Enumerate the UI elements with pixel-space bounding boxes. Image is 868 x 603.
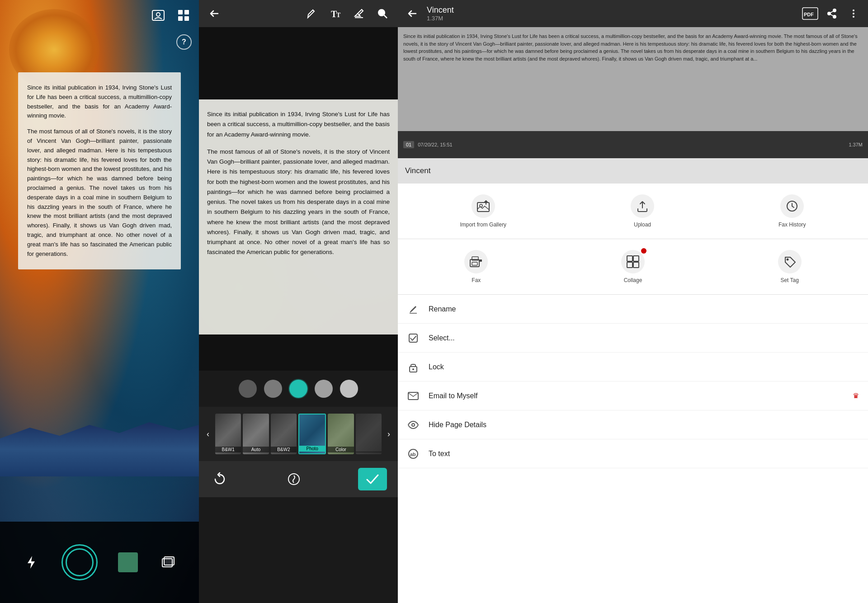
detail-preview: Since its initial publication in 1934, I… xyxy=(398,27,868,158)
select-icon xyxy=(407,332,420,344)
thumb-color[interactable]: Color xyxy=(328,414,354,454)
upload-label: Upload xyxy=(634,221,651,228)
svg-point-18 xyxy=(833,9,836,12)
svg-rect-0 xyxy=(152,10,164,20)
upload-button[interactable]: Upload xyxy=(623,191,661,231)
svg-marker-6 xyxy=(28,556,35,569)
editor-bottom-black xyxy=(199,334,398,371)
preview-size: 1.37M xyxy=(849,142,863,147)
pdf-button[interactable]: PDF xyxy=(801,5,819,23)
eye-icon xyxy=(407,419,420,431)
svg-point-25 xyxy=(853,16,854,18)
thumb-bw2-label: B&W2 xyxy=(271,447,297,452)
shutter-button[interactable] xyxy=(61,544,98,580)
to-text-menu-item[interactable]: ab To text xyxy=(398,439,868,468)
search-tool-button[interactable]: ab xyxy=(374,5,391,22)
camera-art-wave xyxy=(0,422,199,476)
set-tag-icon xyxy=(778,250,802,273)
help-button[interactable]: ? xyxy=(176,34,192,50)
thumb-auto-label: Auto xyxy=(243,447,269,452)
svg-rect-32 xyxy=(480,259,482,262)
filter-bar xyxy=(199,371,398,407)
rename-menu-item[interactable]: Rename xyxy=(398,295,868,324)
more-options-button[interactable] xyxy=(844,5,863,23)
svg-text:T: T xyxy=(336,12,341,19)
filter-auto[interactable] xyxy=(264,380,282,398)
select-label: Select... xyxy=(429,334,859,342)
collage-label: Collage xyxy=(624,277,642,283)
preview-date: 07/20/22, 15:51 xyxy=(418,142,452,147)
filter-color1[interactable] xyxy=(315,380,333,398)
contact-icon-button[interactable] xyxy=(150,7,166,24)
thumb-bw1[interactable]: B&W1 xyxy=(215,414,241,454)
svg-text:PDF: PDF xyxy=(804,12,814,17)
svg-line-22 xyxy=(830,14,834,16)
editor-bottom-bar xyxy=(199,461,398,497)
svg-point-23 xyxy=(853,9,854,11)
import-gallery-label: Import from Gallery xyxy=(460,221,506,228)
shutter-inner xyxy=(66,548,94,576)
text-tool-button[interactable]: T T xyxy=(327,5,344,22)
filter-color2[interactable] xyxy=(340,380,358,398)
lock-menu-item[interactable]: Lock xyxy=(398,353,868,382)
rotate-button[interactable] xyxy=(210,469,230,489)
email-crown-badge: ♛ xyxy=(853,391,859,400)
svg-rect-41 xyxy=(408,392,418,400)
thumb-next-button[interactable]: › xyxy=(383,416,394,452)
editor-thumbnails: ‹ B&W1 Auto B&W2 Photo Color › xyxy=(199,407,398,461)
fax-button[interactable]: Fax xyxy=(457,246,495,287)
svg-rect-30 xyxy=(472,262,477,265)
camera-doc-overlay: Since its initial publication in 1934, I… xyxy=(18,72,181,269)
gallery-thumbnail[interactable] xyxy=(118,552,138,572)
preview-content: Since its initial publication in 1934, I… xyxy=(403,33,858,61)
fax-history-button[interactable]: Fax History xyxy=(771,191,813,231)
filter-bw1[interactable] xyxy=(239,380,257,398)
svg-rect-2 xyxy=(178,10,183,14)
detail-menu-list: Rename Select... Lock xyxy=(398,295,868,603)
svg-rect-8 xyxy=(164,557,174,565)
editor-top-bar: T T ab xyxy=(199,0,398,27)
confirm-button[interactable] xyxy=(358,468,387,490)
svg-rect-35 xyxy=(627,262,632,268)
detail-back-button[interactable] xyxy=(403,5,421,23)
svg-point-42 xyxy=(412,424,415,426)
editor-doc-para2: The most famous of all of Stone's novels… xyxy=(207,147,390,258)
svg-rect-5 xyxy=(184,16,189,21)
rename-label: Rename xyxy=(429,305,859,313)
actions-row2: Fax Collage Set Tag xyxy=(398,239,868,294)
share-button[interactable] xyxy=(823,5,841,23)
email-myself-menu-item[interactable]: Email to Myself ♛ xyxy=(398,382,868,410)
hide-page-details-menu-item[interactable]: Hide Page Details xyxy=(398,410,868,439)
thumb-extra-label xyxy=(356,452,382,452)
select-menu-item[interactable]: Select... xyxy=(398,324,868,353)
import-gallery-button[interactable]: Import from Gallery xyxy=(453,191,514,231)
thumb-color-label: Color xyxy=(328,447,354,452)
thumb-photo[interactable]: Photo xyxy=(298,414,326,454)
hide-page-details-label: Hide Page Details xyxy=(429,421,859,429)
rename-icon xyxy=(407,303,420,316)
collage-button[interactable]: Collage xyxy=(614,246,652,287)
draw-tool-button[interactable] xyxy=(304,5,320,22)
svg-point-40 xyxy=(412,368,414,370)
thumb-prev-button[interactable]: ‹ xyxy=(203,416,213,452)
svg-rect-33 xyxy=(627,256,632,261)
email-myself-label: Email to Myself xyxy=(429,392,844,400)
set-tag-button[interactable]: Set Tag xyxy=(771,246,809,287)
camera-bottom-bar xyxy=(0,522,199,603)
filter-photo[interactable] xyxy=(289,380,307,398)
eraser-tool-button[interactable] xyxy=(351,5,367,22)
adjust-button[interactable] xyxy=(284,469,304,489)
thumb-bw2[interactable]: B&W2 xyxy=(271,414,297,454)
thumb-auto[interactable]: Auto xyxy=(243,414,269,454)
stack-pages-button[interactable] xyxy=(158,552,178,572)
thumb-extra[interactable] xyxy=(356,414,382,454)
camera-doc-para2: The most famous of all of Stone's novels… xyxy=(27,127,172,259)
flash-toggle-button[interactable] xyxy=(21,552,41,572)
help-icon: ? xyxy=(182,38,186,46)
editor-top-black xyxy=(199,27,398,99)
editor-doc-container: Since its initial publication in 1934, I… xyxy=(199,99,398,334)
grid-icon-button[interactable] xyxy=(175,7,192,24)
editor-back-button[interactable] xyxy=(206,5,222,22)
lock-icon xyxy=(407,361,420,373)
actions-row1: Import from Gallery Upload Fax History xyxy=(398,184,868,239)
